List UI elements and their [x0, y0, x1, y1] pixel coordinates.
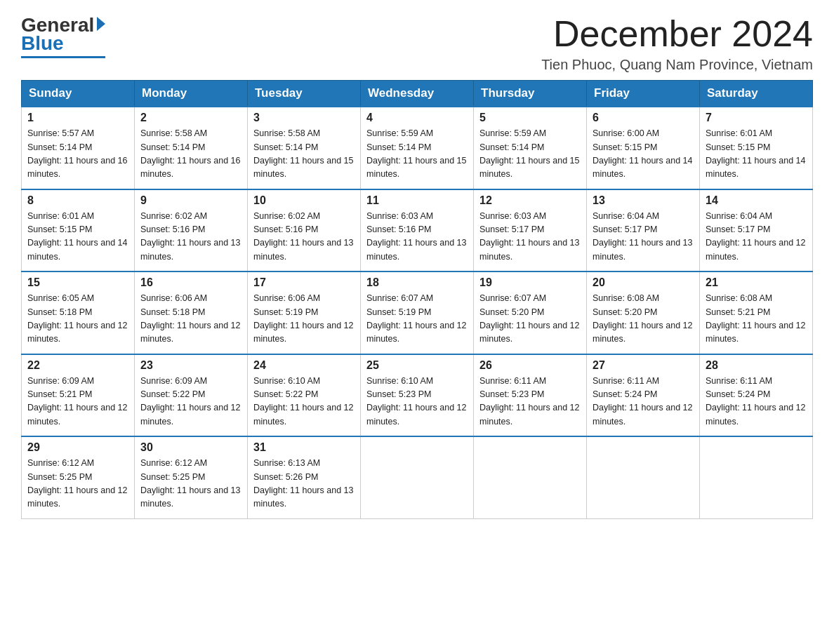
table-row: 25 Sunrise: 6:10 AM Sunset: 5:23 PM Dayl… — [361, 354, 474, 437]
day-number: 12 — [479, 194, 581, 207]
day-number: 10 — [253, 194, 355, 207]
day-number: 15 — [27, 276, 128, 289]
day-number: 9 — [140, 194, 241, 207]
day-info: Sunrise: 6:07 AM Sunset: 5:20 PM Dayligh… — [479, 292, 581, 347]
day-info: Sunrise: 6:03 AM Sunset: 5:17 PM Dayligh… — [479, 210, 581, 264]
col-friday: Friday — [587, 81, 700, 107]
day-number: 13 — [593, 194, 694, 207]
day-info: Sunrise: 6:03 AM Sunset: 5:16 PM Dayligh… — [366, 210, 468, 264]
table-row — [474, 436, 587, 518]
day-number: 11 — [366, 194, 468, 207]
table-row: 18 Sunrise: 6:07 AM Sunset: 5:19 PM Dayl… — [361, 271, 474, 354]
col-sunday: Sunday — [22, 81, 135, 107]
col-thursday: Thursday — [474, 81, 587, 107]
day-info: Sunrise: 6:10 AM Sunset: 5:22 PM Dayligh… — [253, 375, 355, 429]
day-info: Sunrise: 6:08 AM Sunset: 5:20 PM Dayligh… — [593, 292, 694, 347]
calendar-week-row: 1 Sunrise: 5:57 AM Sunset: 5:14 PM Dayli… — [22, 107, 813, 189]
day-number: 24 — [253, 359, 355, 372]
table-row: 3 Sunrise: 5:58 AM Sunset: 5:14 PM Dayli… — [248, 107, 361, 189]
day-info: Sunrise: 6:01 AM Sunset: 5:15 PM Dayligh… — [706, 127, 807, 182]
day-info: Sunrise: 5:57 AM Sunset: 5:14 PM Dayligh… — [27, 127, 128, 182]
table-row: 6 Sunrise: 6:00 AM Sunset: 5:15 PM Dayli… — [587, 107, 700, 189]
day-info: Sunrise: 6:13 AM Sunset: 5:26 PM Dayligh… — [253, 457, 355, 511]
col-wednesday: Wednesday — [361, 81, 474, 107]
table-row: 14 Sunrise: 6:04 AM Sunset: 5:17 PM Dayl… — [700, 189, 813, 272]
day-info: Sunrise: 6:12 AM Sunset: 5:25 PM Dayligh… — [140, 457, 241, 511]
table-row: 17 Sunrise: 6:06 AM Sunset: 5:19 PM Dayl… — [248, 271, 361, 354]
day-info: Sunrise: 5:58 AM Sunset: 5:14 PM Dayligh… — [140, 127, 241, 182]
table-row: 10 Sunrise: 6:02 AM Sunset: 5:16 PM Dayl… — [248, 189, 361, 272]
calendar-week-row: 22 Sunrise: 6:09 AM Sunset: 5:21 PM Dayl… — [22, 354, 813, 437]
day-info: Sunrise: 6:04 AM Sunset: 5:17 PM Dayligh… — [593, 210, 694, 264]
logo-blue-text: Blue — [21, 32, 64, 55]
month-title: December 2024 — [541, 14, 813, 54]
day-info: Sunrise: 6:02 AM Sunset: 5:16 PM Dayligh… — [253, 210, 355, 264]
day-info: Sunrise: 6:11 AM Sunset: 5:24 PM Dayligh… — [593, 375, 694, 429]
logo-triangle-icon — [97, 17, 105, 31]
table-row — [361, 436, 474, 518]
day-number: 17 — [253, 276, 355, 289]
day-number: 21 — [706, 276, 807, 289]
day-number: 19 — [479, 276, 581, 289]
day-number: 8 — [27, 194, 128, 207]
day-number: 25 — [366, 359, 468, 372]
day-number: 29 — [27, 441, 128, 454]
table-row: 26 Sunrise: 6:11 AM Sunset: 5:23 PM Dayl… — [474, 354, 587, 437]
col-tuesday: Tuesday — [248, 81, 361, 107]
day-number: 3 — [253, 112, 355, 124]
day-info: Sunrise: 6:00 AM Sunset: 5:15 PM Dayligh… — [593, 127, 694, 182]
table-row: 24 Sunrise: 6:10 AM Sunset: 5:22 PM Dayl… — [248, 354, 361, 437]
day-info: Sunrise: 6:11 AM Sunset: 5:24 PM Dayligh… — [706, 375, 807, 429]
day-number: 16 — [140, 276, 241, 289]
day-number: 28 — [706, 359, 807, 372]
table-row: 11 Sunrise: 6:03 AM Sunset: 5:16 PM Dayl… — [361, 189, 474, 272]
day-info: Sunrise: 6:07 AM Sunset: 5:19 PM Dayligh… — [366, 292, 468, 347]
table-row: 1 Sunrise: 5:57 AM Sunset: 5:14 PM Dayli… — [22, 107, 135, 189]
table-row: 23 Sunrise: 6:09 AM Sunset: 5:22 PM Dayl… — [135, 354, 248, 437]
day-number: 30 — [140, 441, 241, 454]
day-number: 7 — [706, 112, 807, 124]
day-info: Sunrise: 5:59 AM Sunset: 5:14 PM Dayligh… — [479, 127, 581, 182]
table-row — [700, 436, 813, 518]
day-number: 20 — [593, 276, 694, 289]
logo: General Blue — [21, 14, 105, 58]
day-number: 23 — [140, 359, 241, 372]
calendar-table: Sunday Monday Tuesday Wednesday Thursday… — [21, 80, 813, 519]
table-row: 27 Sunrise: 6:11 AM Sunset: 5:24 PM Dayl… — [587, 354, 700, 437]
day-number: 1 — [27, 112, 128, 124]
day-info: Sunrise: 6:04 AM Sunset: 5:17 PM Dayligh… — [706, 210, 807, 264]
day-info: Sunrise: 6:09 AM Sunset: 5:21 PM Dayligh… — [27, 375, 128, 429]
table-row: 4 Sunrise: 5:59 AM Sunset: 5:14 PM Dayli… — [361, 107, 474, 189]
day-number: 2 — [140, 112, 241, 124]
table-row: 8 Sunrise: 6:01 AM Sunset: 5:15 PM Dayli… — [22, 189, 135, 272]
table-row: 22 Sunrise: 6:09 AM Sunset: 5:21 PM Dayl… — [22, 354, 135, 437]
table-row: 21 Sunrise: 6:08 AM Sunset: 5:21 PM Dayl… — [700, 271, 813, 354]
table-row: 29 Sunrise: 6:12 AM Sunset: 5:25 PM Dayl… — [22, 436, 135, 518]
day-info: Sunrise: 6:01 AM Sunset: 5:15 PM Dayligh… — [27, 210, 128, 264]
day-number: 6 — [593, 112, 694, 124]
day-number: 31 — [253, 441, 355, 454]
table-row: 16 Sunrise: 6:06 AM Sunset: 5:18 PM Dayl… — [135, 271, 248, 354]
table-row: 15 Sunrise: 6:05 AM Sunset: 5:18 PM Dayl… — [22, 271, 135, 354]
day-number: 26 — [479, 359, 581, 372]
day-info: Sunrise: 6:02 AM Sunset: 5:16 PM Dayligh… — [140, 210, 241, 264]
table-row — [587, 436, 700, 518]
table-row: 7 Sunrise: 6:01 AM Sunset: 5:15 PM Dayli… — [700, 107, 813, 189]
day-info: Sunrise: 6:06 AM Sunset: 5:18 PM Dayligh… — [140, 292, 241, 347]
day-info: Sunrise: 6:10 AM Sunset: 5:23 PM Dayligh… — [366, 375, 468, 429]
day-number: 18 — [366, 276, 468, 289]
day-info: Sunrise: 6:11 AM Sunset: 5:23 PM Dayligh… — [479, 375, 581, 429]
day-info: Sunrise: 6:12 AM Sunset: 5:25 PM Dayligh… — [27, 457, 128, 511]
day-number: 22 — [27, 359, 128, 372]
table-row: 2 Sunrise: 5:58 AM Sunset: 5:14 PM Dayli… — [135, 107, 248, 189]
calendar-header-row: Sunday Monday Tuesday Wednesday Thursday… — [22, 81, 813, 107]
day-info: Sunrise: 6:05 AM Sunset: 5:18 PM Dayligh… — [27, 292, 128, 347]
day-info: Sunrise: 6:06 AM Sunset: 5:19 PM Dayligh… — [253, 292, 355, 347]
day-number: 5 — [479, 112, 581, 124]
calendar-week-row: 15 Sunrise: 6:05 AM Sunset: 5:18 PM Dayl… — [22, 271, 813, 354]
calendar-week-row: 8 Sunrise: 6:01 AM Sunset: 5:15 PM Dayli… — [22, 189, 813, 272]
day-number: 14 — [706, 194, 807, 207]
table-row: 13 Sunrise: 6:04 AM Sunset: 5:17 PM Dayl… — [587, 189, 700, 272]
day-info: Sunrise: 6:08 AM Sunset: 5:21 PM Dayligh… — [706, 292, 807, 347]
location-subtitle: Tien Phuoc, Quang Nam Province, Vietnam — [541, 57, 813, 73]
